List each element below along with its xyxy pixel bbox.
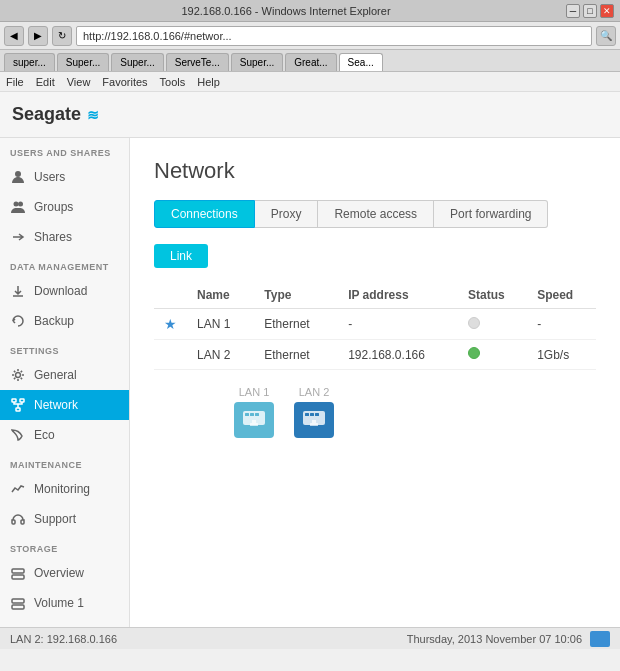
svg-rect-9 bbox=[12, 599, 24, 603]
col-header-ip: IP address bbox=[338, 282, 458, 309]
menu-view[interactable]: View bbox=[67, 76, 91, 88]
svg-rect-13 bbox=[250, 413, 254, 416]
svg-rect-20 bbox=[315, 413, 319, 416]
lan1-label: LAN 1 bbox=[239, 386, 270, 398]
status-left: LAN 2: 192.168.0.166 bbox=[10, 633, 117, 645]
sidebar: USERS AND SHARES Users Groups bbox=[0, 138, 130, 627]
svg-rect-16 bbox=[252, 420, 256, 423]
svg-rect-4 bbox=[12, 399, 16, 402]
browser-tabs-bar: super... Super... Super... ServeTe... Su… bbox=[0, 50, 620, 72]
title-bar-text: 192.168.0.166 - Windows Internet Explore… bbox=[6, 5, 566, 17]
lan1-icon bbox=[234, 402, 274, 438]
sidebar-item-general[interactable]: General bbox=[0, 360, 129, 390]
tab-port-forwarding[interactable]: Port forwarding bbox=[434, 200, 548, 228]
svg-rect-22 bbox=[312, 420, 316, 423]
svg-rect-6 bbox=[16, 408, 20, 411]
link-button[interactable]: Link bbox=[154, 244, 208, 268]
menu-bar: File Edit View Favorites Tools Help bbox=[0, 72, 620, 92]
sidebar-item-overview[interactable]: Overview bbox=[0, 558, 129, 588]
svg-rect-5 bbox=[20, 399, 24, 402]
row2-type: Ethernet bbox=[254, 340, 338, 370]
sidebar-item-download[interactable]: Download bbox=[0, 276, 129, 306]
window-controls: ─ □ ✕ bbox=[566, 4, 614, 18]
menu-tools[interactable]: Tools bbox=[160, 76, 186, 88]
browser-tab-4[interactable]: Super... bbox=[231, 53, 283, 71]
lan1-diagram: LAN 1 bbox=[234, 386, 274, 438]
sidebar-item-users[interactable]: Users bbox=[0, 162, 129, 192]
sidebar-item-groups[interactable]: Groups bbox=[0, 192, 129, 222]
menu-help[interactable]: Help bbox=[197, 76, 220, 88]
browser-tab-0[interactable]: super... bbox=[4, 53, 55, 71]
backup-label: Backup bbox=[34, 314, 74, 328]
overview-icon bbox=[10, 565, 26, 581]
backup-icon bbox=[10, 313, 26, 329]
logo-text: Seagate bbox=[12, 104, 81, 125]
tab-connections[interactable]: Connections bbox=[154, 200, 255, 228]
svg-rect-12 bbox=[245, 413, 249, 416]
row1-name: LAN 1 bbox=[187, 309, 254, 340]
row2-status bbox=[458, 340, 527, 370]
sidebar-item-support[interactable]: Support bbox=[0, 504, 129, 534]
menu-favorites[interactable]: Favorites bbox=[102, 76, 147, 88]
menu-edit[interactable]: Edit bbox=[36, 76, 55, 88]
status-lan-text: LAN 2: 192.168.0.166 bbox=[10, 633, 117, 645]
row2-star-cell bbox=[154, 340, 187, 370]
browser-tab-2[interactable]: Super... bbox=[111, 53, 163, 71]
svg-rect-21 bbox=[310, 423, 318, 426]
shares-label: Shares bbox=[34, 230, 72, 244]
browser-tab-1[interactable]: Super... bbox=[57, 53, 109, 71]
monitoring-icon bbox=[10, 481, 26, 497]
users-label: Users bbox=[34, 170, 65, 184]
table-row[interactable]: LAN 2 Ethernet 192.168.0.166 1Gb/s bbox=[154, 340, 596, 370]
sidebar-section-settings: SETTINGS bbox=[0, 336, 129, 360]
close-button[interactable]: ✕ bbox=[600, 4, 614, 18]
sidebar-item-backup[interactable]: Backup bbox=[0, 306, 129, 336]
forward-button[interactable]: ▶ bbox=[28, 26, 48, 46]
app-header: Seagate ≋ bbox=[0, 92, 620, 138]
address-bar[interactable]: http://192.168.0.166/#networ... bbox=[76, 26, 592, 46]
status-dot-online bbox=[468, 347, 480, 359]
eco-icon bbox=[10, 427, 26, 443]
browser-tab-3[interactable]: ServeTe... bbox=[166, 53, 229, 71]
col-header-icon bbox=[154, 282, 187, 309]
sidebar-item-volume1[interactable]: Volume 1 bbox=[0, 588, 129, 618]
sidebar-item-monitoring[interactable]: Monitoring bbox=[0, 474, 129, 504]
back-button[interactable]: ◀ bbox=[4, 26, 24, 46]
lan2-label: LAN 2 bbox=[299, 386, 330, 398]
sidebar-item-shares[interactable]: Shares bbox=[0, 222, 129, 252]
app-body: USERS AND SHARES Users Groups bbox=[0, 138, 620, 627]
svg-rect-18 bbox=[305, 413, 309, 416]
svg-point-2 bbox=[18, 202, 23, 207]
search-button[interactable]: 🔍 bbox=[596, 26, 616, 46]
sidebar-item-network[interactable]: Network bbox=[0, 390, 129, 420]
status-dot-offline bbox=[468, 317, 480, 329]
status-bar: LAN 2: 192.168.0.166 Thursday, 2013 Nove… bbox=[0, 627, 620, 649]
row2-ip: 192.168.0.166 bbox=[338, 340, 458, 370]
col-header-type: Type bbox=[254, 282, 338, 309]
col-header-status: Status bbox=[458, 282, 527, 309]
support-icon bbox=[10, 511, 26, 527]
row2-speed: 1Gb/s bbox=[527, 340, 596, 370]
eco-label: Eco bbox=[34, 428, 55, 442]
svg-point-3 bbox=[16, 373, 21, 378]
download-label: Download bbox=[34, 284, 87, 298]
table-row[interactable]: ★ LAN 1 Ethernet - - bbox=[154, 309, 596, 340]
tab-remote-access[interactable]: Remote access bbox=[318, 200, 434, 228]
groups-label: Groups bbox=[34, 200, 73, 214]
network-icon bbox=[10, 397, 26, 413]
sidebar-item-eco[interactable]: Eco bbox=[0, 420, 129, 450]
sidebar-section-storage: STORAGE bbox=[0, 534, 129, 558]
row1-star-cell: ★ bbox=[154, 309, 187, 340]
volume1-icon bbox=[10, 595, 26, 611]
svg-rect-8 bbox=[12, 575, 24, 579]
refresh-button[interactable]: ↻ bbox=[52, 26, 72, 46]
lan2-diagram: LAN 2 bbox=[294, 386, 334, 438]
maximize-button[interactable]: □ bbox=[583, 4, 597, 18]
menu-file[interactable]: File bbox=[6, 76, 24, 88]
status-right: Thursday, 2013 November 07 10:06 bbox=[407, 631, 610, 647]
minimize-button[interactable]: ─ bbox=[566, 4, 580, 18]
browser-tab-5[interactable]: Great... bbox=[285, 53, 336, 71]
tab-proxy[interactable]: Proxy bbox=[255, 200, 319, 228]
browser-tab-6[interactable]: Sea... bbox=[339, 53, 383, 71]
volume1-label: Volume 1 bbox=[34, 596, 84, 610]
